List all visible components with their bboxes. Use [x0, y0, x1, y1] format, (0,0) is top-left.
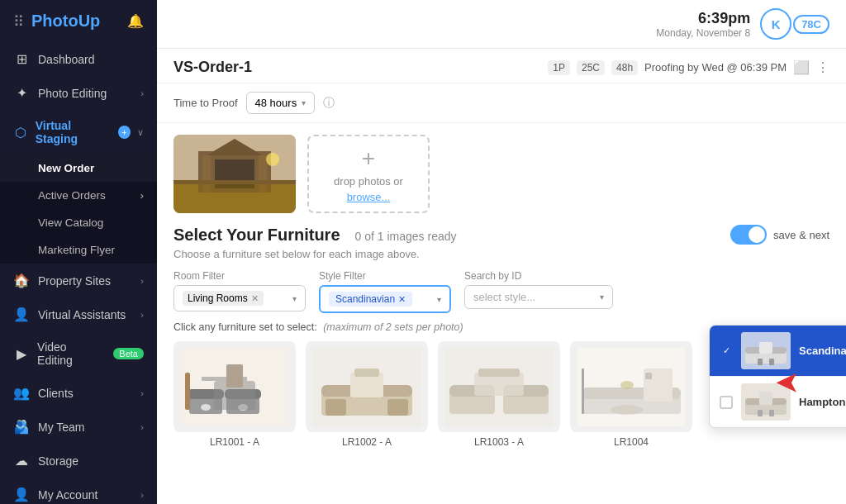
- svg-rect-26: [387, 399, 408, 416]
- svg-rect-38: [759, 392, 772, 405]
- storage-icon: ☁: [13, 453, 30, 468]
- dropdown-label-scandinavian: Scandinavian: [799, 345, 846, 357]
- red-arrow-indicator: ➤: [775, 366, 800, 401]
- sub-item-label: New Order: [38, 162, 94, 174]
- svg-rect-28: [354, 368, 379, 377]
- remove-style-filter-button[interactable]: ✕: [398, 294, 406, 305]
- sidebar-item-new-order[interactable]: New Order: [0, 155, 157, 182]
- search-placeholder: select style...: [473, 291, 535, 303]
- furniture-subtitle: Choose a furniture set below for each im…: [173, 248, 829, 260]
- time-to-proof-row: Time to Proof 48 hours ▾ ⓘ: [157, 83, 846, 123]
- proofing-text: Proofing by Wed @ 06:39 PM: [644, 61, 787, 74]
- furniture-grid: LR1001 - A: [173, 341, 829, 448]
- main-content: 6:39pm Monday, November 8 K 78C VS-Order…: [157, 0, 846, 504]
- meta-48h: 48h: [611, 60, 638, 75]
- sidebar-item-label: Clients: [38, 387, 74, 400]
- sidebar-item-clients[interactable]: 👥 Clients ›: [0, 376, 157, 410]
- uploaded-photo: [173, 135, 296, 213]
- room-filter-group: Room Filter Living Rooms ✕ ▾: [173, 270, 306, 311]
- photo-upload-area: + drop photos or browse...: [157, 123, 846, 225]
- chevron-right-icon: ›: [140, 189, 145, 202]
- furniture-card-lr1003a[interactable]: LR1003 - A: [438, 341, 560, 448]
- sidebar-item-virtual-assistants[interactable]: 👤 Virtual Assistants ›: [0, 297, 157, 331]
- checkmark-icon: ✓: [723, 345, 730, 356]
- bell-icon[interactable]: 🔔: [127, 13, 144, 29]
- chevron-right-icon: ›: [140, 490, 144, 500]
- room-filter-value: Living Rooms: [188, 292, 248, 304]
- info-icon[interactable]: ⓘ: [323, 96, 335, 111]
- sidebar-item-label: Dashboard: [38, 53, 95, 66]
- current-date: Monday, November 8: [656, 27, 750, 39]
- svg-rect-21: [226, 364, 243, 388]
- style-filter-select[interactable]: Scandinavian ✕ ▾: [319, 285, 451, 313]
- svg-rect-20: [185, 373, 190, 410]
- search-by-id-select[interactable]: select style... ▾: [464, 285, 613, 309]
- clients-icon: 👥: [13, 385, 30, 401]
- dropdown-thumb-scandinavian: [741, 332, 791, 369]
- furniture-img-lr1001a: [173, 341, 296, 432]
- toggle-switch[interactable]: [730, 225, 767, 245]
- svg-rect-40: [769, 410, 774, 416]
- checkbox-hamptons: [720, 396, 733, 409]
- sidebar-item-property-sites[interactable]: 🏠 Property Sites ›: [0, 264, 157, 297]
- order-header: VS-Order-1 1P 25C 48h Proofing by Wed @ …: [157, 49, 846, 83]
- furniture-ready-count: 0 of 1 images ready: [355, 230, 457, 243]
- furniture-label-lr1002a: LR1002 - A: [306, 436, 428, 448]
- sidebar-item-active-orders[interactable]: Active Orders ›: [0, 182, 157, 209]
- sidebar-item-photo-editing[interactable]: ✦ Photo Editing ›: [0, 76, 157, 110]
- style-filter-label: Style Filter: [319, 270, 451, 282]
- order-area: VS-Order-1 1P 25C 48h Proofing by Wed @ …: [157, 49, 846, 504]
- furniture-label-lr1004: LR1004: [570, 436, 692, 448]
- furniture-img-lr1003a: [438, 341, 560, 432]
- time-to-proof-label: Time to Proof: [173, 97, 238, 109]
- chevron-right-icon: ›: [140, 388, 144, 398]
- furniture-card-lr1004[interactable]: LR1004: [570, 341, 692, 448]
- plus-icon: +: [362, 145, 375, 172]
- drop-instruction: drop photos or: [334, 175, 403, 188]
- sidebar-item-label: Virtual Assistants: [38, 308, 126, 321]
- sidebar-item-label: My Account: [38, 488, 97, 502]
- order-title: VS-Order-1: [173, 59, 252, 76]
- style-filter-group: Style Filter Scandinavian ✕ ▾: [319, 270, 451, 313]
- sidebar-item-view-catalog[interactable]: View Catalog: [0, 209, 157, 236]
- furniture-card-lr1002a[interactable]: LR1002 - A ✓: [306, 341, 428, 448]
- sidebar-item-label: Video Editing: [37, 340, 102, 367]
- save-next-toggle[interactable]: save & next: [730, 225, 829, 245]
- sidebar-item-dashboard[interactable]: ⊞ Dashboard: [0, 42, 157, 76]
- screen-icon-button[interactable]: ⬜: [793, 59, 810, 75]
- sidebar-item-my-team[interactable]: 🫂 My Team ›: [0, 410, 157, 444]
- photo-editing-icon: ✦: [13, 85, 30, 101]
- sub-item-label: View Catalog: [38, 216, 103, 229]
- room-filter-tag: Living Rooms ✕: [183, 291, 264, 306]
- sidebar-item-virtual-staging[interactable]: ⬡ Virtual Staging + ∨: [0, 110, 157, 155]
- time-select-dropdown[interactable]: 48 hours ▾: [246, 92, 316, 114]
- svg-point-54: [611, 405, 644, 415]
- current-time: 6:39pm: [656, 10, 750, 27]
- photo-drop-zone[interactable]: + drop photos or browse...: [307, 135, 430, 213]
- svg-rect-52: [645, 373, 652, 379]
- account-badge[interactable]: 78C: [793, 15, 829, 34]
- room-filter-select[interactable]: Living Rooms ✕ ▾: [173, 285, 306, 311]
- sidebar-item-video-editing[interactable]: ▶ Video Editing Beta: [0, 331, 157, 376]
- my-account-icon: 👤: [13, 487, 30, 502]
- my-team-icon: 🫂: [13, 419, 30, 435]
- topbar-time: 6:39pm Monday, November 8: [656, 10, 750, 39]
- avatar-button[interactable]: K: [760, 8, 791, 40]
- order-meta: 1P 25C 48h Proofing by Wed @ 06:39 PM ⬜ …: [548, 59, 829, 75]
- sidebar-item-storage[interactable]: ☁ Storage: [0, 444, 157, 478]
- sidebar: ⠿ PhotoUp 🔔 ⊞ Dashboard ✦ Photo Editing …: [0, 0, 157, 504]
- browse-link[interactable]: browse...: [347, 191, 391, 203]
- remove-room-filter-button[interactable]: ✕: [251, 293, 259, 304]
- more-options-button[interactable]: ⋮: [816, 59, 829, 75]
- virtual-assistants-icon: 👤: [13, 307, 30, 322]
- room-filter-label: Room Filter: [173, 270, 306, 282]
- svg-rect-47: [478, 368, 520, 377]
- svg-point-10: [266, 153, 279, 166]
- style-filter-tag: Scandinavian ✕: [329, 292, 412, 307]
- time-select-value: 48 hours: [255, 97, 297, 109]
- sidebar-item-my-account[interactable]: 👤 My Account ›: [0, 478, 157, 504]
- sidebar-item-marketing-flyer[interactable]: Marketing Flyer: [0, 236, 157, 264]
- dropdown-label-hamptons: Hamptons: [799, 396, 846, 408]
- furniture-card-lr1001a[interactable]: LR1001 - A: [173, 341, 296, 448]
- svg-rect-32: [759, 342, 772, 354]
